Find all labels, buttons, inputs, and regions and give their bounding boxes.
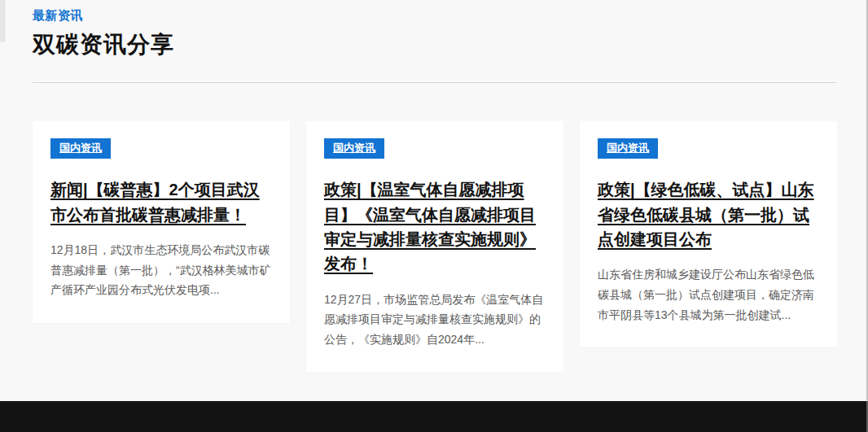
- article-title-link[interactable]: 政策|【温室气体自愿减排项目】《温室气体自愿减排项目审定与减排量核查实施规则》发…: [324, 177, 546, 277]
- article-title-link[interactable]: 政策|【绿色低碳、试点】山东省绿色低碳县城（第一批）试点创建项目公布: [598, 177, 819, 251]
- article-excerpt: 山东省住房和城乡建设厅公布山东省绿色低碳县城（第一批）试点创建项目，确定济南市平…: [598, 264, 819, 325]
- scrollbar-thumb[interactable]: [0, 0, 5, 42]
- news-card[interactable]: 国内资讯 政策|【温室气体自愿减排项目】《温室气体自愿减排项目审定与减排量核查实…: [306, 121, 563, 373]
- header-divider: [33, 82, 836, 83]
- article-title-link[interactable]: 新闻|【碳普惠】2个项目武汉市公布首批碳普惠减排量！: [50, 177, 272, 227]
- section-header: 最新资讯 双碳资讯分享: [0, 0, 868, 60]
- news-card[interactable]: 国内资讯 政策|【绿色低碳、试点】山东省绿色低碳县城（第一批）试点创建项目公布 …: [580, 121, 837, 347]
- article-excerpt: 12月18日，武汉市生态环境局公布武汉市碳普惠减排量（第一批），“武汉格林美城市…: [50, 240, 272, 300]
- article-excerpt: 12月27日，市场监管总局发布《温室气体自愿减排项目审定与减排量核查实施规则》的…: [324, 290, 546, 350]
- page-title: 双碳资讯分享: [33, 29, 837, 60]
- news-card-grid: 国内资讯 新闻|【碳普惠】2个项目武汉市公布首批碳普惠减排量！ 12月18日，武…: [33, 121, 837, 373]
- category-badge-link[interactable]: 国内资讯: [324, 138, 384, 159]
- news-section-page: 最新资讯 双碳资讯分享 国内资讯 新闻|【碳普惠】2个项目武汉市公布首批碳普惠减…: [0, 0, 868, 432]
- section-eyebrow: 最新资讯: [33, 8, 837, 24]
- footer-bar: [0, 401, 868, 432]
- category-badge-link[interactable]: 国内资讯: [598, 138, 658, 159]
- news-card[interactable]: 国内资讯 新闻|【碳普惠】2个项目武汉市公布首批碳普惠减排量！ 12月18日，武…: [33, 121, 290, 323]
- category-badge-link[interactable]: 国内资讯: [50, 138, 111, 159]
